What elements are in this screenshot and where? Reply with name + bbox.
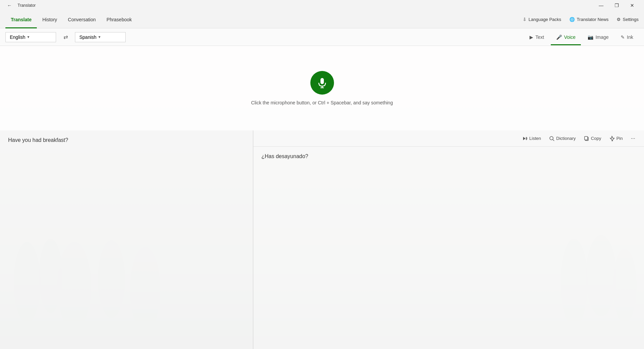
dictionary-icon — [549, 136, 555, 141]
svg-rect-9 — [320, 78, 324, 84]
main-area: Click the microphone button, or Ctrl + S… — [0, 46, 644, 349]
pin-icon — [609, 136, 615, 141]
translator-news-button[interactable]: 🌐 Translator News — [569, 17, 609, 22]
svg-marker-12 — [523, 137, 525, 140]
microphone-button[interactable] — [310, 71, 334, 95]
language-packs-label: Language Packs — [529, 17, 561, 22]
svg-rect-16 — [585, 136, 588, 140]
translated-text: ¿Has desayunado? — [261, 153, 308, 159]
copy-button[interactable]: Copy — [581, 134, 604, 143]
dictionary-button[interactable]: Dictionary — [546, 134, 579, 143]
lang-left: English ▼ ⇄ Spanish ▼ — [5, 32, 126, 43]
target-lang-label: Spanish — [79, 34, 97, 40]
source-lang-select[interactable]: English ▼ — [5, 32, 56, 42]
nav-left: Translate History Conversation Phraseboo… — [5, 11, 137, 28]
result-toolbar: Listen Dictionary Copy Pin ⋯ — [253, 130, 644, 147]
dictionary-label: Dictionary — [556, 136, 576, 141]
source-text: Have you had breakfast? — [8, 137, 68, 143]
voice-panel: Click the microphone button, or Ctrl + S… — [0, 46, 644, 130]
text-icon: ▶ — [530, 34, 533, 40]
more-icon: ⋯ — [631, 136, 635, 141]
svg-point-13 — [550, 136, 553, 140]
voice-icon: 🎤 — [556, 34, 562, 40]
panels-row: Have you had breakfast? ¿Has desayunado? — [0, 130, 644, 349]
back-button[interactable]: ← — [4, 0, 15, 11]
voice-label: Voice — [564, 34, 575, 40]
listen-label: Listen — [529, 136, 541, 141]
restore-button[interactable]: ❐ — [609, 0, 624, 11]
mode-image[interactable]: 📷 Image — [582, 29, 614, 45]
mode-right: ▶ Text 🎤 Voice 📷 Image ✎ Ink — [524, 29, 639, 45]
nav-translate[interactable]: Translate — [5, 11, 37, 28]
download-icon: ⇩ — [523, 17, 526, 22]
source-lang-label: English — [10, 34, 25, 40]
settings-label: Settings — [623, 17, 639, 22]
title-bar: ← Translator — ❐ ✕ — [0, 0, 644, 11]
nav-history[interactable]: History — [37, 11, 62, 28]
nav-bar: Translate History Conversation Phraseboo… — [0, 11, 644, 28]
lang-bar: English ▼ ⇄ Spanish ▼ ▶ Text 🎤 Voice 📷 I… — [0, 28, 644, 46]
listen-icon — [522, 136, 527, 141]
copy-label: Copy — [591, 136, 601, 141]
target-lang-select[interactable]: Spanish ▼ — [75, 32, 126, 42]
pin-label: Pin — [616, 136, 623, 141]
close-button[interactable]: ✕ — [624, 0, 640, 11]
minimize-button[interactable]: — — [593, 0, 609, 11]
language-packs-button[interactable]: ⇩ Language Packs — [523, 17, 561, 22]
title-bar-controls: — ❐ ✕ — [593, 0, 640, 11]
copy-icon — [584, 136, 589, 141]
mode-text[interactable]: ▶ Text — [524, 29, 549, 45]
nav-conversation[interactable]: Conversation — [62, 11, 101, 28]
image-icon: 📷 — [588, 34, 593, 40]
mode-ink[interactable]: ✎ Ink — [615, 29, 639, 45]
mic-hint-text: Click the microphone button, or Ctrl + S… — [251, 100, 393, 105]
nav-right: ⇩ Language Packs 🌐 Translator News ⚙ Set… — [523, 17, 639, 22]
translator-news-label: Translator News — [577, 17, 609, 22]
source-lang-arrow: ▼ — [27, 35, 30, 39]
microphone-icon — [317, 77, 328, 88]
more-button[interactable]: ⋯ — [627, 134, 639, 143]
swap-lang-button[interactable]: ⇄ — [60, 32, 71, 43]
mode-voice[interactable]: 🎤 Voice — [551, 29, 581, 45]
pin-button[interactable]: Pin — [606, 134, 626, 143]
svg-line-14 — [553, 140, 554, 141]
left-panel: Have you had breakfast? — [0, 130, 253, 349]
title-bar-left: ← Translator — [4, 0, 36, 11]
nav-phrasebook[interactable]: Phrasebook — [101, 11, 137, 28]
ink-icon: ✎ — [621, 34, 625, 40]
listen-button[interactable]: Listen — [519, 134, 544, 143]
settings-icon: ⚙ — [617, 17, 621, 22]
right-panel: ¿Has desayunado? — [253, 130, 644, 349]
image-label: Image — [595, 34, 609, 40]
globe-icon: 🌐 — [569, 17, 575, 22]
swap-icon: ⇄ — [63, 34, 68, 40]
text-label: Text — [535, 34, 544, 40]
target-lang-arrow: ▼ — [98, 35, 101, 39]
app-title: Translator — [18, 3, 36, 8]
settings-button[interactable]: ⚙ Settings — [617, 17, 639, 22]
ink-label: Ink — [627, 34, 633, 40]
